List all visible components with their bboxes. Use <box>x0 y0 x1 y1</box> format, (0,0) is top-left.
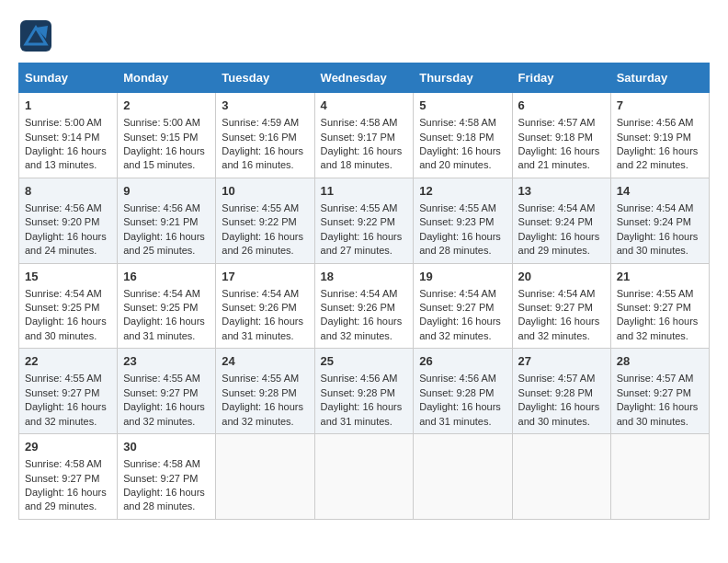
day-number: 29 <box>25 439 111 455</box>
calendar-week-row: 29Sunrise: 4:58 AMSunset: 9:27 PMDayligh… <box>19 434 710 520</box>
daylight-text: Daylight: 16 hours and 30 minutes. <box>617 400 703 429</box>
sunrise-text: Sunrise: 4:54 AM <box>222 287 308 301</box>
calendar-cell: 14Sunrise: 4:54 AMSunset: 9:24 PMDayligh… <box>610 178 709 263</box>
calendar-week-row: 15Sunrise: 4:54 AMSunset: 9:25 PMDayligh… <box>19 263 710 349</box>
day-number: 26 <box>419 353 506 370</box>
calendar-cell <box>414 434 512 520</box>
daylight-text: Daylight: 16 hours and 25 minutes. <box>123 230 210 259</box>
calendar-cell <box>512 434 610 520</box>
daylight-text: Daylight: 16 hours and 16 minutes. <box>222 144 308 173</box>
day-number: 22 <box>25 353 111 370</box>
calendar-cell: 13Sunrise: 4:54 AMSunset: 9:24 PMDayligh… <box>512 178 610 263</box>
sunrise-text: Sunrise: 4:58 AM <box>419 116 506 130</box>
daylight-text: Daylight: 16 hours and 22 minutes. <box>617 144 703 173</box>
day-number: 27 <box>518 353 605 370</box>
sunrise-text: Sunrise: 4:56 AM <box>123 201 210 215</box>
calendar-cell: 1Sunrise: 5:00 AMSunset: 9:14 PMDaylight… <box>19 93 118 178</box>
daylight-text: Daylight: 16 hours and 32 minutes. <box>321 315 408 343</box>
calendar-cell: 2Sunrise: 5:00 AMSunset: 9:15 PMDaylight… <box>118 93 216 178</box>
daylight-text: Daylight: 16 hours and 32 minutes. <box>419 315 506 343</box>
daylight-text: Daylight: 16 hours and 32 minutes. <box>617 315 703 343</box>
daylight-text: Daylight: 16 hours and 29 minutes. <box>518 230 605 259</box>
weekday-header-saturday: Saturday <box>610 63 709 93</box>
calendar-cell: 30Sunrise: 4:58 AMSunset: 9:27 PMDayligh… <box>118 434 216 520</box>
sunset-text: Sunset: 9:24 PM <box>518 215 605 229</box>
svg-rect-0 <box>20 20 51 52</box>
sunrise-text: Sunrise: 4:58 AM <box>123 457 210 471</box>
daylight-text: Daylight: 16 hours and 15 minutes. <box>123 144 210 173</box>
sunset-text: Sunset: 9:25 PM <box>123 301 210 315</box>
day-number: 14 <box>617 183 703 200</box>
day-number: 4 <box>321 98 408 114</box>
sunrise-text: Sunrise: 4:56 AM <box>25 201 111 215</box>
sunrise-text: Sunrise: 4:54 AM <box>321 287 408 301</box>
calendar-cell: 16Sunrise: 4:54 AMSunset: 9:25 PMDayligh… <box>118 263 216 349</box>
calendar-week-row: 22Sunrise: 4:55 AMSunset: 9:27 PMDayligh… <box>19 349 710 434</box>
sunrise-text: Sunrise: 4:55 AM <box>419 201 506 215</box>
day-number: 17 <box>222 269 308 285</box>
sunset-text: Sunset: 9:28 PM <box>222 386 308 400</box>
calendar-cell: 9Sunrise: 4:56 AMSunset: 9:21 PMDaylight… <box>118 178 216 263</box>
day-number: 2 <box>123 98 210 114</box>
sunset-text: Sunset: 9:22 PM <box>321 215 408 229</box>
day-number: 6 <box>518 98 605 114</box>
calendar-cell: 17Sunrise: 4:54 AMSunset: 9:26 PMDayligh… <box>216 263 314 349</box>
weekday-header-sunday: Sunday <box>19 63 118 93</box>
sunrise-text: Sunrise: 4:54 AM <box>123 287 210 301</box>
sunset-text: Sunset: 9:20 PM <box>25 215 111 229</box>
sunrise-text: Sunrise: 4:56 AM <box>419 372 506 385</box>
calendar-cell: 21Sunrise: 4:55 AMSunset: 9:27 PMDayligh… <box>610 263 709 349</box>
sunset-text: Sunset: 9:27 PM <box>518 301 605 315</box>
day-number: 19 <box>419 269 506 285</box>
sunrise-text: Sunrise: 4:55 AM <box>321 201 408 215</box>
sunset-text: Sunset: 9:18 PM <box>419 131 506 144</box>
calendar-cell: 12Sunrise: 4:55 AMSunset: 9:23 PMDayligh… <box>414 178 512 263</box>
day-number: 11 <box>321 183 408 200</box>
calendar-cell: 6Sunrise: 4:57 AMSunset: 9:18 PMDaylight… <box>512 93 610 178</box>
weekday-header-thursday: Thursday <box>414 63 512 93</box>
sunrise-text: Sunrise: 4:56 AM <box>321 372 408 385</box>
sunrise-text: Sunrise: 4:55 AM <box>25 372 111 385</box>
calendar-week-row: 8Sunrise: 4:56 AMSunset: 9:20 PMDaylight… <box>19 178 710 263</box>
daylight-text: Daylight: 16 hours and 28 minutes. <box>123 486 210 514</box>
sunrise-text: Sunrise: 4:54 AM <box>617 201 703 215</box>
day-number: 28 <box>617 353 703 370</box>
calendar-cell: 27Sunrise: 4:57 AMSunset: 9:28 PMDayligh… <box>512 349 610 434</box>
sunset-text: Sunset: 9:18 PM <box>518 131 605 144</box>
sunrise-text: Sunrise: 4:58 AM <box>321 116 408 130</box>
page-header <box>18 18 710 53</box>
day-number: 7 <box>617 98 703 114</box>
weekday-header-monday: Monday <box>118 63 216 93</box>
sunrise-text: Sunrise: 4:58 AM <box>25 457 111 471</box>
day-number: 25 <box>321 353 408 370</box>
sunrise-text: Sunrise: 4:59 AM <box>222 116 308 130</box>
daylight-text: Daylight: 16 hours and 26 minutes. <box>222 230 308 259</box>
daylight-text: Daylight: 16 hours and 13 minutes. <box>25 144 111 173</box>
weekday-header-wednesday: Wednesday <box>314 63 414 93</box>
sunset-text: Sunset: 9:28 PM <box>419 386 506 400</box>
weekday-header-row: SundayMondayTuesdayWednesdayThursdayFrid… <box>19 63 710 93</box>
daylight-text: Daylight: 16 hours and 30 minutes. <box>518 400 605 429</box>
sunset-text: Sunset: 9:27 PM <box>617 301 703 315</box>
sunrise-text: Sunrise: 5:00 AM <box>123 116 210 130</box>
sunrise-text: Sunrise: 4:57 AM <box>518 372 605 385</box>
daylight-text: Daylight: 16 hours and 30 minutes. <box>617 230 703 259</box>
day-number: 16 <box>123 269 210 285</box>
daylight-text: Daylight: 16 hours and 31 minutes. <box>321 400 408 429</box>
daylight-text: Daylight: 16 hours and 32 minutes. <box>25 400 111 429</box>
calendar-cell: 26Sunrise: 4:56 AMSunset: 9:28 PMDayligh… <box>414 349 512 434</box>
calendar-cell: 11Sunrise: 4:55 AMSunset: 9:22 PMDayligh… <box>314 178 414 263</box>
sunset-text: Sunset: 9:24 PM <box>617 215 703 229</box>
sunset-text: Sunset: 9:21 PM <box>123 215 210 229</box>
daylight-text: Daylight: 16 hours and 27 minutes. <box>321 230 408 259</box>
day-number: 8 <box>25 183 111 200</box>
weekday-header-tuesday: Tuesday <box>216 63 314 93</box>
calendar-cell: 10Sunrise: 4:55 AMSunset: 9:22 PMDayligh… <box>216 178 314 263</box>
daylight-text: Daylight: 16 hours and 30 minutes. <box>25 315 111 343</box>
sunrise-text: Sunrise: 4:55 AM <box>123 372 210 385</box>
day-number: 10 <box>222 183 308 200</box>
daylight-text: Daylight: 16 hours and 24 minutes. <box>25 230 111 259</box>
sunrise-text: Sunrise: 5:00 AM <box>25 116 111 130</box>
sunrise-text: Sunrise: 4:54 AM <box>25 287 111 301</box>
sunset-text: Sunset: 9:28 PM <box>518 386 605 400</box>
